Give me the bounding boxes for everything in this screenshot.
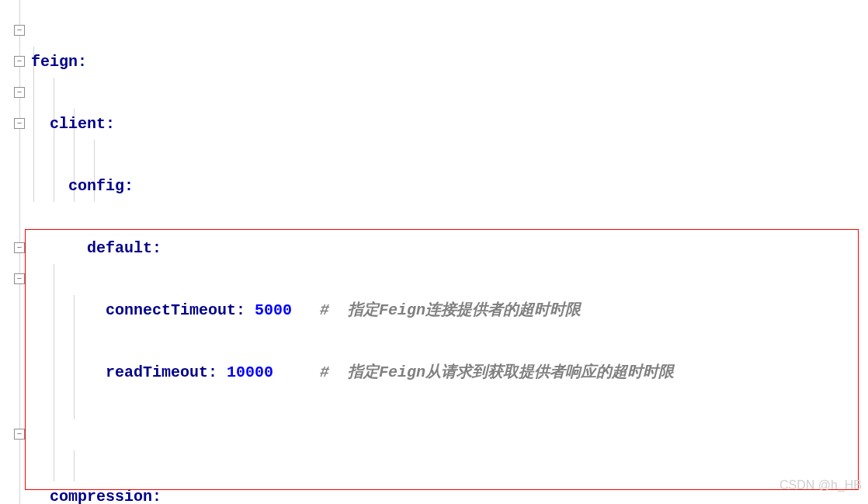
code-line: client: [31, 109, 674, 140]
watermark: CSDN @h_HB [779, 470, 862, 501]
fold-marker-icon[interactable] [14, 273, 25, 284]
fold-marker-icon[interactable] [14, 25, 25, 36]
code-line: connectTimeout: 5000 # 指定Feign连接提供者的超时时限 [31, 295, 674, 326]
fold-marker-icon[interactable] [14, 56, 25, 67]
fold-marker-icon[interactable] [14, 118, 25, 129]
code-line: default: [31, 233, 674, 264]
code-line: config: [31, 171, 674, 202]
code-editor[interactable]: feign: client: config: default: connectT… [31, 16, 674, 504]
code-line: feign: [31, 47, 674, 78]
code-line [31, 419, 674, 450]
fold-marker-icon[interactable] [14, 429, 25, 440]
fold-marker-icon[interactable] [14, 87, 25, 98]
code-line: compression: [31, 481, 674, 504]
fold-marker-icon[interactable] [14, 242, 25, 253]
code-line: readTimeout: 10000 # 指定Feign从请求到获取提供者响应的… [31, 357, 674, 388]
